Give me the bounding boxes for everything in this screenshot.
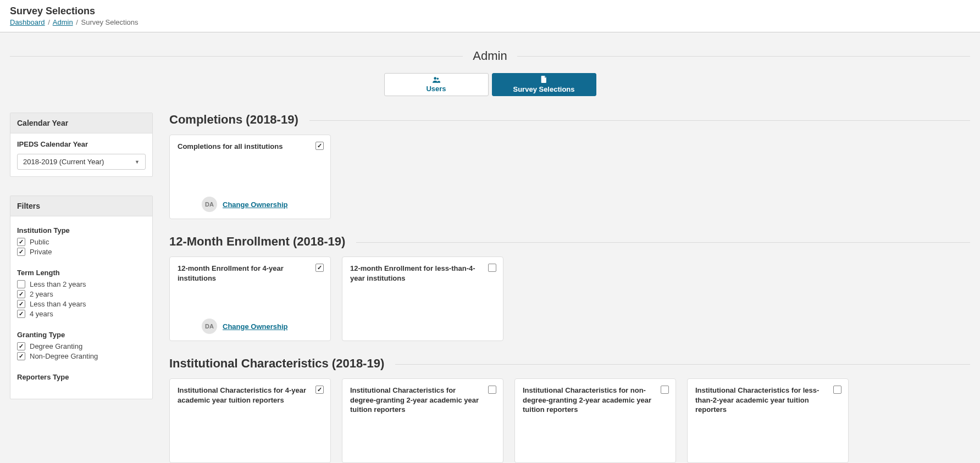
survey-card-footer: DAChange Ownership — [178, 319, 323, 334]
breadcrumb-sep: / — [76, 18, 78, 26]
group-title: 12-Month Enrollment (2018-19) — [169, 235, 356, 249]
breadcrumb-admin[interactable]: Admin — [53, 18, 73, 26]
checkbox-icon — [17, 280, 25, 288]
checkbox-icon — [17, 238, 25, 246]
survey-card-title: Institutional Characteristics for non-de… — [523, 386, 668, 415]
filter-option[interactable]: Non-Degree Granting — [17, 352, 146, 360]
svg-point-1 — [436, 77, 439, 80]
calendar-year-header: Calendar Year — [10, 113, 152, 133]
survey-card-checkbox[interactable] — [661, 386, 669, 394]
tab-survey-selections-label: Survey Selections — [513, 86, 575, 93]
avatar: DA — [202, 319, 217, 334]
filter-option[interactable]: Private — [17, 248, 146, 256]
filter-option[interactable]: Less than 4 years — [17, 300, 146, 308]
ipeds-year-label: IPEDS Calendar Year — [17, 140, 146, 148]
filters-header: Filters — [10, 196, 152, 216]
survey-card: 12-month Enrollment for 4-year instituti… — [169, 256, 331, 341]
survey-card-title: 12-month Enrollment for less-than-4-year… — [350, 264, 495, 283]
survey-card: Institutional Characteristics for degree… — [342, 378, 503, 463]
survey-card-checkbox[interactable] — [315, 386, 324, 394]
main-area: Admin Users Survey Selections Calendar Y… — [0, 32, 980, 463]
survey-card: Completions for all institutionsDAChange… — [169, 135, 331, 219]
group-title: Institutional Characteristics (2018-19) — [169, 356, 395, 371]
filter-option[interactable]: 4 years — [17, 310, 146, 318]
survey-card-checkbox[interactable] — [488, 386, 496, 394]
ipeds-year-selected: 2018-2019 (Current Year) — [23, 158, 104, 166]
sidebar: Calendar Year IPEDS Calendar Year 2018-2… — [10, 113, 153, 399]
survey-card-title: 12-month Enrollment for 4-year instituti… — [178, 264, 323, 283]
change-ownership-link[interactable]: Change Ownership — [223, 322, 287, 331]
chevron-down-icon: ▼ — [135, 159, 140, 165]
ipeds-year-select[interactable]: 2018-2019 (Current Year) ▼ — [17, 154, 146, 170]
avatar: DA — [202, 197, 217, 212]
topbar: Survey Selections Dashboard / Admin / Su… — [0, 0, 980, 32]
survey-card-checkbox[interactable] — [315, 264, 324, 272]
survey-card-title: Institutional Characteristics for 4-year… — [178, 386, 323, 405]
survey-card: Institutional Characteristics for non-de… — [514, 378, 676, 463]
breadcrumb-dashboard[interactable]: Dashboard — [10, 18, 45, 26]
survey-card-checkbox[interactable] — [315, 142, 324, 150]
breadcrumb-current: Survey Selections — [81, 18, 139, 26]
filter-option[interactable]: Less than 2 years — [17, 280, 146, 288]
group-title: Completions (2018-19) — [169, 113, 309, 127]
checkbox-icon — [17, 300, 25, 308]
svg-point-0 — [434, 77, 436, 80]
checkbox-icon — [17, 290, 25, 298]
checkbox-icon — [17, 342, 25, 350]
group-heading: Completions (2018-19) — [169, 113, 970, 127]
tab-survey-selections[interactable]: Survey Selections — [492, 73, 596, 96]
page-title: Survey Selections — [10, 5, 970, 17]
filters-panel: Filters Institution TypePublicPrivateTer… — [10, 196, 153, 399]
checkbox-icon — [17, 310, 25, 318]
filter-option-label: Public — [30, 238, 49, 246]
filter-group-label: Granting Type — [17, 331, 146, 339]
filter-group-label: Reporters Type — [17, 373, 146, 381]
survey-card-title: Completions for all institutions — [178, 142, 323, 152]
checkbox-icon — [17, 352, 25, 360]
survey-card-checkbox[interactable] — [488, 264, 496, 272]
survey-card: Institutional Characteristics for 4-year… — [169, 378, 331, 463]
card-grid: Institutional Characteristics for 4-year… — [169, 378, 970, 463]
change-ownership-link[interactable]: Change Ownership — [223, 200, 287, 209]
group-heading: Institutional Characteristics (2018-19) — [169, 356, 970, 371]
survey-card-title: Institutional Characteristics for degree… — [350, 386, 495, 415]
survey-card-footer: DAChange Ownership — [178, 197, 323, 212]
card-grid: 12-month Enrollment for 4-year instituti… — [169, 256, 970, 341]
survey-card-title: Institutional Characteristics for less-t… — [695, 386, 840, 415]
filter-option-label: Degree Granting — [30, 342, 82, 350]
filter-group-label: Institution Type — [17, 226, 146, 235]
filter-option-label: Less than 4 years — [30, 300, 86, 308]
checkbox-icon — [17, 248, 25, 256]
filter-option-label: Less than 2 years — [30, 280, 86, 288]
calendar-year-panel: Calendar Year IPEDS Calendar Year 2018-2… — [10, 113, 153, 177]
admin-section-label-text: Admin — [463, 49, 517, 63]
survey-card: 12-month Enrollment for less-than-4-year… — [342, 256, 503, 341]
tab-users-label: Users — [426, 85, 446, 93]
admin-section-label: Admin — [10, 49, 970, 63]
document-icon — [541, 76, 547, 85]
filter-group-label: Term Length — [17, 269, 146, 277]
breadcrumb: Dashboard / Admin / Survey Selections — [10, 18, 970, 26]
content: Completions (2018-19)Completions for all… — [169, 113, 970, 463]
filter-option-label: Non-Degree Granting — [30, 352, 98, 360]
filter-option-label: 2 years — [30, 290, 53, 298]
users-icon — [433, 76, 440, 85]
filter-option-label: Private — [30, 248, 52, 256]
tab-row: Users Survey Selections — [10, 73, 970, 96]
filter-option[interactable]: Degree Granting — [17, 342, 146, 350]
survey-card: Institutional Characteristics for less-t… — [687, 378, 849, 463]
filter-option-label: 4 years — [30, 310, 53, 318]
breadcrumb-sep: / — [48, 18, 50, 26]
filter-option[interactable]: 2 years — [17, 290, 146, 298]
group-heading: 12-Month Enrollment (2018-19) — [169, 235, 970, 249]
tab-users[interactable]: Users — [384, 73, 489, 96]
survey-card-checkbox[interactable] — [833, 386, 841, 394]
filter-option[interactable]: Public — [17, 238, 146, 246]
card-grid: Completions for all institutionsDAChange… — [169, 135, 970, 219]
